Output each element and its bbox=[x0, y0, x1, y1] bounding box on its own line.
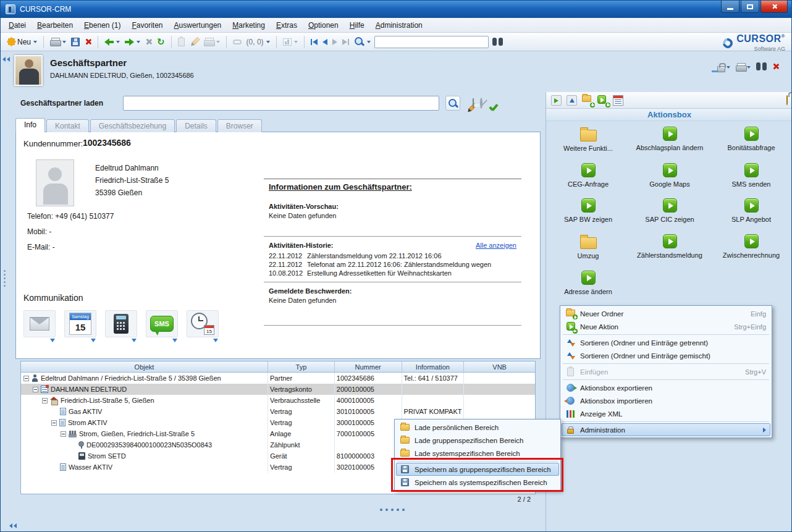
header-print-button[interactable] bbox=[736, 63, 751, 72]
nav-first-button[interactable] bbox=[310, 38, 319, 46]
tab-details[interactable]: Details bbox=[176, 119, 216, 132]
menu-extras[interactable]: Extras bbox=[271, 19, 303, 32]
chart-button[interactable] bbox=[282, 37, 299, 47]
tree-collapse-toggle[interactable] bbox=[33, 387, 38, 392]
export-icon[interactable] bbox=[551, 95, 562, 106]
appointment-action-button[interactable]: 15 bbox=[187, 310, 219, 337]
menu-item-einfuegen[interactable]: Einfügen Strg+V bbox=[562, 365, 770, 378]
column-header-nummer[interactable]: Nummer bbox=[335, 361, 402, 372]
tab-info[interactable]: Info bbox=[15, 118, 45, 132]
menu-auswertungen[interactable]: Auswertungen bbox=[169, 19, 227, 32]
table-row[interactable]: Edeltrud Dahlmann / Friedrich-List-Straß… bbox=[21, 373, 535, 384]
tree-collapse-toggle[interactable] bbox=[23, 376, 29, 381]
aktionsbox-item-abschlagsplan[interactable]: Abschlagsplan ändern bbox=[629, 124, 710, 153]
chevron-down-icon[interactable] bbox=[132, 339, 137, 342]
column-header-information[interactable]: Information bbox=[402, 361, 465, 372]
submenu-item-speichern-system[interactable]: Speichern als systemspezifischen Bereich bbox=[396, 476, 559, 489]
aktionsbox-item-sms-senden[interactable]: SMS senden bbox=[710, 161, 792, 188]
menu-datei[interactable]: Datei bbox=[3, 19, 32, 32]
chevron-down-icon[interactable] bbox=[50, 339, 55, 342]
menu-item-aktionsbox-importieren[interactable]: Aktionsbox importieren bbox=[562, 394, 770, 407]
loader-save-button[interactable] bbox=[473, 99, 474, 108]
loader-search-button[interactable] bbox=[445, 96, 460, 111]
table-row[interactable]: Friedrich-List-Straße 5, Gießen Verbrauc… bbox=[21, 395, 535, 406]
collapse-panel-arrows[interactable] bbox=[2, 55, 11, 64]
minimize-button[interactable] bbox=[721, 1, 739, 13]
move-up-icon[interactable] bbox=[567, 95, 577, 106]
aktionsbox-item-zaehlerstandsmeldung[interactable]: Zählerstandsmeldung bbox=[629, 232, 710, 260]
menu-bearbeiten[interactable]: Bearbeiten bbox=[32, 19, 78, 32]
chevron-down-icon[interactable] bbox=[172, 339, 177, 342]
forward-button[interactable] bbox=[124, 37, 141, 47]
new-folder-icon[interactable] bbox=[582, 95, 592, 106]
menu-item-neuer-ordner[interactable]: Neuer Ordner Einfg bbox=[562, 307, 770, 320]
submenu-item-lade-gruppe[interactable]: Lade gruppenspezifischen Bereich bbox=[396, 434, 559, 447]
clipboard-button[interactable] bbox=[177, 36, 186, 48]
print-button[interactable] bbox=[49, 36, 67, 48]
refresh-button[interactable] bbox=[156, 35, 166, 49]
aktionsbox-item-weitere-funktionen[interactable]: Weitere Funkti... bbox=[547, 124, 629, 153]
tab-browser[interactable]: Browser bbox=[217, 119, 262, 132]
menu-item-aktionsbox-exportieren[interactable]: Aktionsbox exportieren bbox=[562, 381, 770, 394]
header-close-button[interactable] bbox=[772, 63, 779, 72]
aktionsbox-lock-button[interactable] bbox=[786, 96, 788, 104]
submenu-item-speichern-gruppe[interactable]: Speichern als gruppenspezifischen Bereic… bbox=[396, 463, 559, 476]
tree-collapse-toggle[interactable] bbox=[42, 398, 48, 403]
aktionsbox-item-sap-bw[interactable]: SAP BW zeigen bbox=[547, 196, 629, 224]
nav-last-button[interactable] bbox=[341, 38, 350, 46]
chevron-down-icon[interactable] bbox=[213, 339, 218, 342]
submenu-item-lade-system[interactable]: Lade systemspezifischen Bereich bbox=[396, 447, 559, 460]
close-button[interactable] bbox=[760, 1, 788, 13]
menu-hilfe[interactable]: Hilfe bbox=[344, 19, 370, 32]
splitter-handle[interactable] bbox=[4, 270, 6, 287]
sms-action-button[interactable]: SMS bbox=[146, 310, 178, 337]
aktionsbox-item-slp-angebot[interactable]: SLP Angebot bbox=[710, 196, 792, 224]
bottom-splitter-handle[interactable] bbox=[380, 509, 405, 511]
aktionsbox-item-bonitaetsabfrage[interactable]: Bonitätsabfrage bbox=[710, 124, 792, 153]
tree-collapse-toggle[interactable] bbox=[51, 420, 57, 426]
email-action-button[interactable] bbox=[23, 310, 56, 337]
report-icon[interactable] bbox=[613, 95, 623, 106]
lock-button[interactable] bbox=[717, 62, 730, 72]
aktionsbox-item-google-maps[interactable]: Google Maps bbox=[629, 161, 710, 188]
alle-anzeigen-link[interactable]: Alle anzeigen bbox=[476, 242, 516, 249]
aktionsbox-item-ceg-anfrage[interactable]: CEG-Anfrage bbox=[547, 161, 629, 188]
aktionsbox-item-adresse-aendern[interactable]: Adresse ändern bbox=[547, 268, 629, 296]
back-button[interactable] bbox=[103, 37, 121, 47]
menu-ebenen[interactable]: Ebenen (1) bbox=[78, 19, 126, 32]
menu-item-anzeige-xml[interactable]: Anzeige XML bbox=[562, 407, 770, 420]
loader-input[interactable] bbox=[123, 96, 439, 111]
menu-item-sortieren-gemischt[interactable]: Sortieren (Ordner und Einträge gemischt) bbox=[562, 349, 770, 362]
calendar-action-button[interactable]: Samstag 15 bbox=[64, 310, 96, 337]
menu-favoriten[interactable]: Favoriten bbox=[126, 19, 168, 32]
print-preview-button[interactable] bbox=[203, 36, 221, 48]
nav-next-button[interactable] bbox=[331, 38, 339, 46]
nav-prev-button[interactable] bbox=[321, 38, 329, 46]
aktionsbox-item-sap-cic[interactable]: SAP CIC zeigen bbox=[629, 196, 710, 224]
tab-kontakt[interactable]: Kontakt bbox=[46, 119, 89, 132]
loader-cancel-button[interactable] bbox=[480, 99, 482, 108]
chevron-down-icon[interactable] bbox=[91, 339, 96, 342]
tree-collapse-toggle[interactable] bbox=[61, 431, 66, 437]
menu-optionen[interactable]: Optionen bbox=[303, 19, 344, 32]
save-button[interactable] bbox=[70, 36, 81, 48]
aktionsbox-item-zwischenrechnung[interactable]: Zwischenrechnung bbox=[710, 232, 792, 260]
aktionsbox-item-umzug[interactable]: Umzug bbox=[547, 232, 629, 260]
table-row[interactable]: Gas AKTIV Vertrag 3010100005 PRIVAT KOMP… bbox=[21, 406, 535, 417]
column-header-typ[interactable]: Typ bbox=[268, 361, 335, 372]
find-button[interactable] bbox=[491, 36, 504, 47]
phone-action-button[interactable] bbox=[105, 310, 137, 337]
cancel-button[interactable] bbox=[144, 37, 153, 46]
column-header-vnb[interactable]: VNB bbox=[464, 361, 535, 372]
quick-search-input[interactable] bbox=[374, 36, 489, 48]
menu-item-neue-aktion[interactable]: Neue Aktion Strg+Einfg bbox=[562, 320, 770, 333]
menu-item-administration[interactable]: Administration bbox=[562, 423, 770, 436]
column-header-objekt[interactable]: Objekt bbox=[21, 361, 268, 372]
header-find-button[interactable] bbox=[756, 62, 767, 72]
search-person-button[interactable] bbox=[353, 35, 372, 48]
bottom-collapse-arrows[interactable] bbox=[9, 521, 18, 530]
delete-button[interactable] bbox=[83, 37, 93, 46]
link-button[interactable] bbox=[232, 38, 243, 46]
menu-administration[interactable]: Administration bbox=[370, 19, 428, 32]
menu-item-sortieren-getrennt[interactable]: Sortieren (Ordner und Einträge getrennt) bbox=[562, 336, 770, 349]
